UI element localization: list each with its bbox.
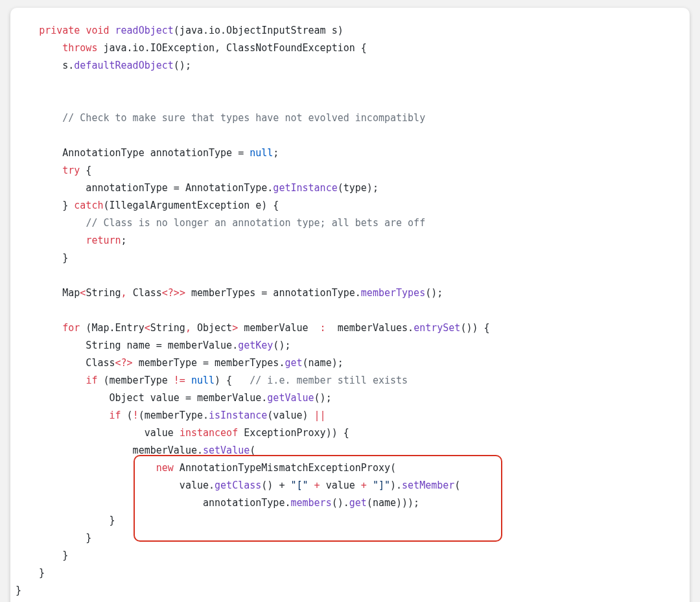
l20c: (name); xyxy=(303,357,344,369)
l10a: annotationType = AnnotationType. xyxy=(16,182,273,194)
comma-1: , xyxy=(121,287,133,299)
semi-1: ; xyxy=(273,147,279,159)
fn-get-1: get xyxy=(285,357,302,369)
fn-entrySet: entrySet xyxy=(414,322,460,334)
kw-if-1: if xyxy=(86,375,97,386)
fn-members: members xyxy=(290,497,331,509)
l22a: Object value = memberValue. xyxy=(16,392,267,404)
fn-setMember: setMember xyxy=(402,480,454,491)
l20b: memberType = memberTypes. xyxy=(133,357,285,369)
lit-null-2: null xyxy=(191,375,215,386)
comment-2: // Class is no longer an annotation type… xyxy=(86,217,425,229)
brace-0: } xyxy=(16,585,21,596)
l28c: (name))); xyxy=(367,497,419,509)
gt-1: > xyxy=(174,287,180,299)
throws-clause: java.io.IOException, ClassNotFoundExcept… xyxy=(97,42,366,54)
kw-void: void xyxy=(86,25,109,36)
string-2: String xyxy=(150,322,185,334)
l26b: AnnotationTypeMismatchExceptionProxy( xyxy=(174,462,396,474)
if-b: ) { xyxy=(215,375,250,386)
l10b: (type); xyxy=(338,182,379,194)
comment-3: // i.e. member still exists xyxy=(250,375,408,386)
brace-16: } xyxy=(16,515,115,526)
semi-2: ; xyxy=(121,235,127,246)
l8: AnnotationType annotationType = xyxy=(16,147,250,159)
fn-get-2: get xyxy=(349,497,367,509)
lit-null-1: null xyxy=(250,147,273,159)
catch-b: (IllegalArgumentException e) { xyxy=(103,200,279,211)
kw-for: for xyxy=(62,322,80,334)
l3: s. xyxy=(16,60,74,71)
l11a: } xyxy=(16,200,74,211)
for-b: memberValue xyxy=(238,322,314,334)
fn-memberTypes: memberTypes xyxy=(361,287,425,299)
try-open: { xyxy=(80,165,91,176)
l26a xyxy=(16,462,156,474)
l24b: ExceptionProxy)) { xyxy=(238,427,349,439)
comma-2: , xyxy=(185,322,197,334)
for-c: memberValues. xyxy=(332,322,414,334)
str-close: "]" xyxy=(373,480,390,491)
gt-4: > xyxy=(127,357,133,369)
fn-getClass: getClass xyxy=(215,480,261,491)
map-c: (); xyxy=(425,287,443,299)
l28a: annotationType. xyxy=(16,497,290,509)
colon-1: : xyxy=(314,322,332,334)
lt-2: < xyxy=(162,287,168,299)
fn-getKey: getKey xyxy=(238,340,273,351)
class-1: Class xyxy=(133,287,162,299)
fn-readObject: readObject xyxy=(115,25,174,36)
if2-c: (value) xyxy=(267,410,314,421)
brace-8: } xyxy=(16,550,68,561)
map-a: Map xyxy=(16,287,80,299)
string-1: String xyxy=(86,287,121,299)
neq: != xyxy=(174,375,185,386)
for-a: (Map.Entry xyxy=(80,322,144,334)
bang: ! xyxy=(133,410,139,421)
gt-2: > xyxy=(180,287,185,299)
gt-3: > xyxy=(232,322,238,334)
l19a: String name = memberValue. xyxy=(16,340,238,351)
kw-throws: throws xyxy=(62,42,97,54)
kw-new: new xyxy=(156,462,174,474)
value-word: value xyxy=(326,480,355,491)
object-1: Object xyxy=(197,322,232,334)
kw-catch: catch xyxy=(74,200,103,211)
l20a: Class xyxy=(16,357,115,369)
q-2: ? xyxy=(121,357,127,369)
kw-private: private xyxy=(39,25,80,36)
brace-4: } xyxy=(16,567,45,579)
code-card: private void readObject(java.io.ObjectIn… xyxy=(10,8,690,602)
l27c: ). xyxy=(390,480,402,491)
kw-return: return xyxy=(86,235,121,246)
l27b: () + xyxy=(261,480,290,491)
if-a: (memberType xyxy=(97,375,173,386)
kw-try: try xyxy=(62,165,80,176)
fn-getInstance: getInstance xyxy=(273,182,337,194)
map-b: memberTypes = annotationType. xyxy=(185,287,361,299)
l19b: (); xyxy=(273,340,290,351)
l27a: value. xyxy=(16,480,215,491)
if2-a: ( xyxy=(121,410,133,421)
brace-12: } xyxy=(16,532,91,544)
plus-1: + xyxy=(309,480,326,491)
close-1: } xyxy=(16,252,68,264)
l22b: (); xyxy=(314,392,332,404)
if2-b: (memberType. xyxy=(139,410,209,421)
l24a: value xyxy=(16,427,180,439)
kw-if-2: if xyxy=(110,410,121,421)
q-1: ? xyxy=(168,287,174,299)
lt-4: < xyxy=(115,357,121,369)
for-d: ()) { xyxy=(460,322,489,334)
oror: || xyxy=(314,410,326,421)
sig-suffix: (java.io.ObjectInputStream s) xyxy=(174,25,344,36)
l25a: memberValue. xyxy=(16,445,203,456)
kw-instanceof: instanceof xyxy=(180,427,238,439)
code-block: private void readObject(java.io.ObjectIn… xyxy=(16,22,684,599)
l28b: (). xyxy=(332,497,349,509)
lt-3: < xyxy=(145,322,150,334)
l27d: ( xyxy=(454,480,460,491)
fn-getValue: getValue xyxy=(267,392,314,404)
l25b: ( xyxy=(250,445,255,456)
comment-1: // Check to make sure that types have no… xyxy=(62,112,425,124)
